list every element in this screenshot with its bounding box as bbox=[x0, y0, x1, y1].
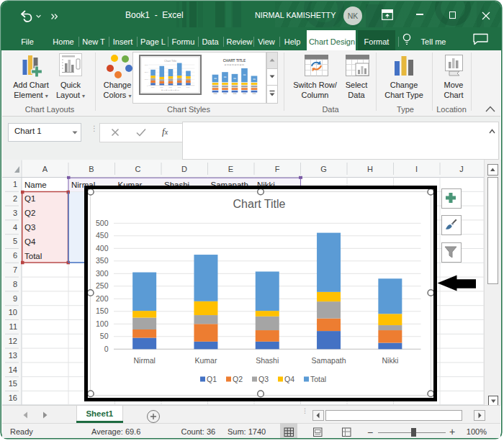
svg-text:CHART TITLE: CHART TITLE bbox=[223, 59, 246, 63]
svg-text:3: 3 bbox=[13, 209, 17, 217]
svg-text:Q4: Q4 bbox=[24, 237, 36, 246]
svg-text:Q3: Q3 bbox=[24, 223, 35, 232]
svg-text:F: F bbox=[275, 165, 280, 173]
svg-text:Q1: Q1 bbox=[24, 194, 35, 203]
svg-text:aaa: aaa bbox=[223, 92, 227, 95]
svg-text:aaa: aaa bbox=[160, 86, 163, 88]
svg-text:G: G bbox=[320, 165, 327, 173]
svg-text:aaa: aaa bbox=[168, 86, 172, 88]
svg-text:14: 14 bbox=[9, 365, 17, 374]
svg-text:I: I bbox=[415, 165, 418, 173]
svg-text:D: D bbox=[181, 165, 187, 173]
svg-text:aa: aa bbox=[253, 78, 256, 81]
svg-text:7: 7 bbox=[13, 265, 17, 274]
svg-text:aaa: aaa bbox=[186, 86, 190, 88]
svg-text:1: 1 bbox=[13, 180, 17, 188]
svg-text:100: 100 bbox=[145, 78, 148, 81]
svg-text:aaa: aaa bbox=[253, 92, 256, 95]
svg-text:aaa: aaa bbox=[151, 86, 155, 88]
svg-text:■ aa ■ aa ■ aa ■ aa: ■ aa ■ aa ■ aa ■ aa bbox=[225, 64, 244, 67]
svg-text:10: 10 bbox=[9, 308, 17, 317]
svg-text:Total: Total bbox=[24, 252, 42, 260]
svg-text:11: 11 bbox=[9, 322, 17, 331]
svg-text:aaa: aaa bbox=[214, 92, 217, 95]
svg-text:A: A bbox=[42, 165, 48, 173]
svg-text:aa: aa bbox=[233, 77, 236, 80]
svg-text:13: 13 bbox=[9, 351, 17, 360]
svg-text:aaa: aaa bbox=[243, 92, 246, 95]
svg-text:C: C bbox=[135, 165, 141, 173]
svg-text:B: B bbox=[89, 165, 94, 173]
svg-text:2: 2 bbox=[13, 194, 17, 203]
svg-text:aa: aa bbox=[224, 76, 227, 78]
svg-text:E: E bbox=[228, 165, 233, 173]
svg-text:aa: aa bbox=[214, 77, 217, 80]
svg-text:aa: aa bbox=[243, 74, 246, 77]
svg-text:Chart Title: Chart Title bbox=[164, 60, 176, 63]
svg-text:9: 9 bbox=[13, 294, 17, 303]
svg-text:4: 4 bbox=[13, 223, 17, 232]
svg-text:Q2: Q2 bbox=[24, 209, 35, 217]
svg-text:■ aa ■ aa ■ aa ■ aa: ■ aa ■ aa ■ aa ■ aa bbox=[161, 89, 179, 91]
svg-text:0: 0 bbox=[147, 84, 148, 87]
svg-text:aaa: aaa bbox=[177, 86, 181, 88]
svg-text:5: 5 bbox=[13, 237, 17, 245]
svg-text:Name: Name bbox=[24, 181, 47, 189]
svg-text:200: 200 bbox=[145, 70, 148, 73]
svg-text:aaa: aaa bbox=[233, 92, 237, 95]
svg-text:15: 15 bbox=[9, 379, 17, 388]
svg-text:16: 16 bbox=[9, 393, 17, 402]
svg-text:12: 12 bbox=[9, 337, 17, 345]
svg-text:6: 6 bbox=[13, 251, 17, 260]
svg-text:H: H bbox=[367, 165, 373, 173]
svg-text:8: 8 bbox=[13, 280, 17, 288]
svg-text:300: 300 bbox=[145, 63, 148, 66]
svg-text:J: J bbox=[459, 165, 464, 173]
